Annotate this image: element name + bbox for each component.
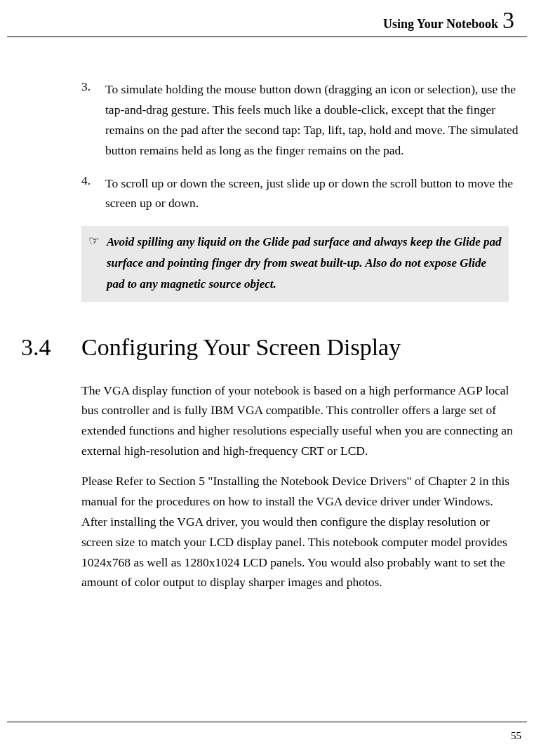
list-item-number: 4.: [81, 173, 105, 214]
header-chapter-number: 3: [502, 7, 514, 34]
list-item-number: 3.: [81, 79, 105, 161]
note-text: Avoid spilling any liquid on the Glide p…: [107, 232, 502, 294]
list-item: 4. To scroll up or down the screen, just…: [81, 173, 521, 214]
page-number: 55: [511, 730, 521, 742]
footer-rule: [7, 722, 527, 722]
body-paragraph: Please Refer to Section 5 "Installing th…: [81, 471, 521, 592]
body-paragraph: The VGA display function of your noteboo…: [81, 380, 521, 462]
section-heading: 3.4 Configuring Your Screen Display: [13, 334, 521, 361]
list-item-text: To simulate holding the mouse button dow…: [105, 79, 521, 161]
note-callout: ☞ Avoid spilling any liquid on the Glide…: [81, 226, 509, 301]
list-item-text: To scroll up or down the screen, just sl…: [105, 173, 521, 214]
list-item: 3. To simulate holding the mouse button …: [81, 79, 521, 161]
section-title: Configuring Your Screen Display: [81, 334, 401, 361]
section-number: 3.4: [13, 334, 81, 361]
page-header: Using Your Notebook 3: [7, 0, 527, 37]
pointing-hand-icon: ☞: [88, 233, 107, 294]
header-chapter-title: Using Your Notebook: [383, 17, 498, 32]
